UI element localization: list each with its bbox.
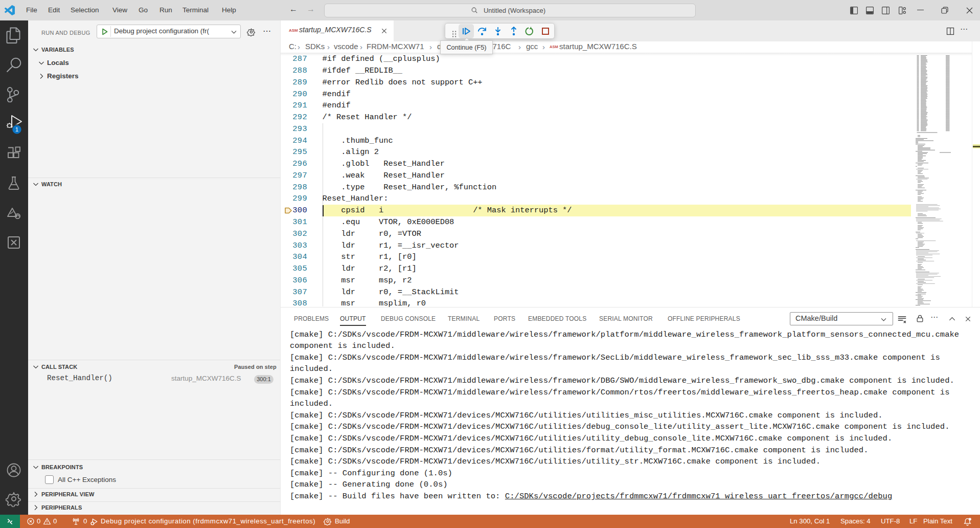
svg-text:1: 1 bbox=[15, 126, 18, 133]
